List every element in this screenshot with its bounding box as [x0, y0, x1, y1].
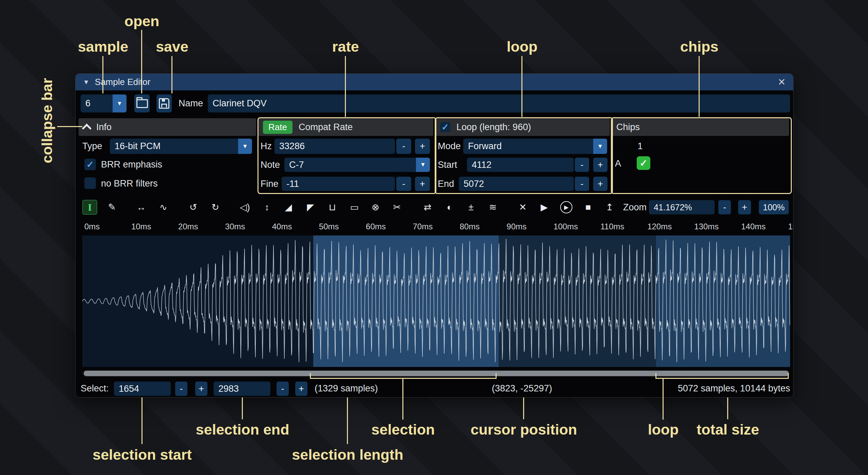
- annotation-selection: selection: [371, 421, 435, 438]
- select-label: Select:: [81, 381, 109, 396]
- preview-from-cursor-icon[interactable]: ▶: [559, 200, 574, 215]
- timeline-ruler[interactable]: 0ms10ms20ms30ms40ms50ms60ms70ms80ms90ms1…: [82, 220, 790, 234]
- selection-end-input[interactable]: 2983: [214, 382, 270, 396]
- window-titlebar[interactable]: ▼ Sample Editor ✕: [76, 74, 793, 90]
- annotation-save: save: [156, 38, 188, 55]
- resize-icon[interactable]: ↔: [134, 200, 149, 215]
- hz-input[interactable]: 33286: [274, 139, 395, 154]
- reverse-icon[interactable]: ⇄: [420, 200, 435, 215]
- name-input[interactable]: Clarinet DQV: [208, 94, 790, 112]
- stop-preview-icon[interactable]: ■: [581, 200, 596, 215]
- chips-section-header: Chips: [612, 118, 789, 136]
- chevron-down-icon[interactable]: ▼: [113, 94, 127, 112]
- fade-in-icon[interactable]: ◢: [281, 200, 296, 215]
- create-wavetable-icon: ↥: [606, 202, 614, 213]
- info-section-header[interactable]: Info: [79, 118, 256, 136]
- close-icon[interactable]: ✕: [778, 76, 786, 88]
- fade-out-icon[interactable]: ◤: [303, 200, 318, 215]
- tab-rate[interactable]: Rate: [263, 121, 293, 134]
- zoom-out-button[interactable]: -: [718, 200, 731, 214]
- sign-invert-icon: ±: [469, 202, 474, 213]
- normalize-icon[interactable]: ↕: [260, 200, 274, 215]
- scrollbar-thumb[interactable]: [84, 371, 789, 376]
- invert-icon[interactable]: ◐: [442, 200, 457, 215]
- loop-start-plus-button[interactable]: +: [593, 158, 607, 172]
- ruler-label: 140ms: [741, 222, 766, 231]
- selection-end-minus-button[interactable]: -: [277, 382, 289, 396]
- save-button[interactable]: [156, 94, 172, 112]
- chevron-down-icon[interactable]: ▼: [593, 139, 607, 154]
- filter-icon[interactable]: ≋: [485, 200, 500, 215]
- loop-end-input[interactable]: 5072: [459, 177, 574, 191]
- zoom-in-button[interactable]: +: [738, 200, 751, 214]
- chevron-down-icon[interactable]: ▼: [238, 139, 252, 154]
- fine-minus-button[interactable]: -: [396, 177, 411, 191]
- annotation-selection-end: selection end: [196, 421, 289, 438]
- cursor-position-text: (3823, -25297): [492, 381, 552, 396]
- create-wavetable-icon[interactable]: ↥: [602, 200, 617, 215]
- chevron-down-icon[interactable]: ▼: [416, 158, 430, 172]
- ruler-label: 150: [788, 222, 794, 231]
- chevron-up-icon[interactable]: [82, 123, 91, 133]
- selection-end-plus-button[interactable]: +: [295, 382, 307, 396]
- resample-icon[interactable]: ∿: [156, 200, 171, 215]
- fine-input[interactable]: -11: [282, 177, 395, 191]
- hz-minus-button[interactable]: -: [396, 139, 411, 154]
- loop-mode-select[interactable]: Forward ▼: [463, 139, 607, 154]
- sample-select[interactable]: 6 ▼: [81, 94, 127, 112]
- redo-icon[interactable]: ↻: [208, 200, 223, 215]
- window-collapse-icon[interactable]: ▼: [83, 78, 89, 86]
- undo-icon[interactable]: ↺: [186, 200, 201, 215]
- loop-end-minus-button[interactable]: -: [575, 177, 589, 191]
- chips-section-title: Chips: [616, 122, 640, 133]
- hz-plus-button[interactable]: +: [415, 139, 430, 154]
- filter-icon: ≋: [489, 202, 497, 213]
- annotation-rate: rate: [332, 38, 359, 55]
- selection-start-minus-button[interactable]: -: [175, 382, 187, 396]
- zoom-reset-button[interactable]: 100%: [759, 200, 789, 214]
- total-size-text: 5072 samples, 10144 bytes: [620, 381, 790, 396]
- preview-icon[interactable]: ▶: [537, 200, 552, 215]
- select-tool-icon[interactable]: I: [82, 200, 97, 215]
- apply-silence-icon[interactable]: ▭: [347, 200, 362, 215]
- note-select[interactable]: C-7 ▼: [284, 158, 430, 172]
- insert-silence-icon[interactable]: ⊔: [325, 200, 340, 215]
- loop-start-minus-button[interactable]: -: [575, 158, 589, 172]
- loop-start-input[interactable]: 4112: [467, 158, 574, 172]
- loop-bracket-right: [788, 373, 789, 379]
- amplify-icon[interactable]: ◁): [237, 200, 252, 215]
- no-brr-filters-checkbox[interactable]: [84, 177, 96, 189]
- type-select[interactable]: 16-bit PCM ▼: [110, 139, 252, 154]
- loop-end-plus-button[interactable]: +: [593, 177, 607, 191]
- ruler-label: 70ms: [413, 222, 433, 231]
- sample-select-value: 6: [81, 94, 113, 112]
- chip-a-enable-checkbox[interactable]: ✓: [637, 156, 650, 170]
- loop-enable-checkbox[interactable]: ✓: [440, 122, 450, 132]
- selection-start-plus-button[interactable]: +: [195, 382, 207, 396]
- delete-icon[interactable]: ⊗: [368, 200, 383, 215]
- hz-label: Hz: [261, 139, 272, 154]
- normalize-icon: ↕: [265, 202, 269, 213]
- crossfade-icon[interactable]: ✕: [515, 200, 530, 215]
- name-value: Clarinet DQV: [213, 98, 267, 109]
- tab-compat-rate[interactable]: Compat Rate: [299, 122, 353, 133]
- open-icon: [136, 99, 148, 108]
- draw-tool-icon[interactable]: ✎: [104, 200, 119, 215]
- selection-start-input[interactable]: 1654: [114, 382, 171, 396]
- selection-end-value: 2983: [218, 384, 239, 394]
- trim-icon: ✂: [393, 202, 401, 213]
- brr-emphasis-checkbox[interactable]: ✓: [84, 159, 96, 170]
- annotation-total-size: total size: [697, 421, 759, 438]
- loop-section-header: ✓ Loop (length: 960): [435, 118, 610, 136]
- waveform-display[interactable]: [82, 235, 790, 367]
- horizontal-scrollbar[interactable]: [82, 370, 790, 377]
- selection-bracket-right: [496, 373, 497, 379]
- open-button[interactable]: [134, 94, 150, 112]
- fine-plus-button[interactable]: +: [415, 177, 430, 191]
- trim-icon[interactable]: ✂: [389, 200, 404, 215]
- selection-start-value: 1654: [119, 384, 139, 394]
- loop-end-label: End: [438, 177, 454, 191]
- zoom-label: Zoom: [623, 198, 647, 216]
- sign-invert-icon[interactable]: ±: [464, 200, 479, 215]
- zoom-input[interactable]: 41.1672%: [649, 200, 715, 214]
